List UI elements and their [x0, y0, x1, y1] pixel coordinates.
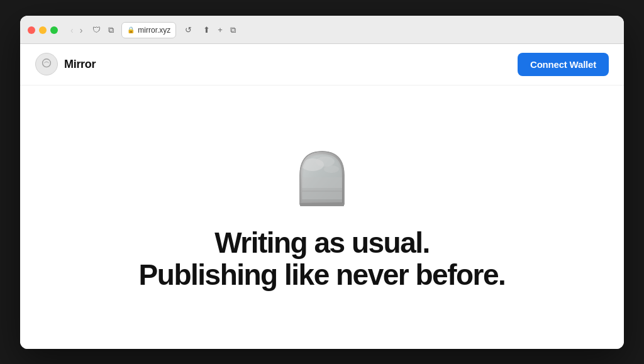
- forward-icon: ›: [80, 25, 83, 35]
- app-header: Mirror Connect Wallet: [20, 44, 624, 85]
- copy-icon: ⧉: [108, 25, 114, 35]
- hero-text: Writing as usual. Publishing like never …: [139, 227, 506, 290]
- mirror-illustration-svg: [291, 143, 353, 212]
- close-traffic-light[interactable]: [28, 26, 35, 34]
- share-icon: ⬆: [203, 25, 210, 35]
- back-button[interactable]: ‹: [68, 24, 76, 36]
- traffic-lights: [28, 26, 58, 34]
- svg-point-4: [324, 165, 339, 173]
- shield-icon: 🛡: [92, 25, 101, 35]
- headline-line1: Writing as usual.: [214, 226, 430, 259]
- reload-icon: ↺: [185, 25, 192, 35]
- brand-logo-icon: [40, 57, 53, 71]
- shield-button[interactable]: 🛡: [90, 24, 103, 36]
- browser-nav-buttons: ‹ ›: [68, 24, 85, 36]
- browser-top-bar: ‹ › 🛡 ⧉ 🔒 mirror.xyz: [28, 22, 616, 38]
- svg-rect-9: [300, 203, 344, 206]
- tabs-button[interactable]: ⧉: [228, 24, 238, 36]
- url-text: mirror.xyz: [138, 26, 170, 35]
- lock-icon: 🔒: [127, 26, 135, 33]
- forward-button[interactable]: ›: [77, 24, 86, 36]
- svg-rect-7: [302, 177, 342, 188]
- page-content: Mirror Connect Wallet: [20, 44, 624, 349]
- svg-rect-6: [302, 190, 342, 192]
- add-tab-icon: +: [218, 25, 223, 35]
- svg-point-3: [316, 157, 335, 167]
- browser-action-left: 🛡 ⧉: [90, 24, 116, 36]
- hero-section: Writing as usual. Publishing like never …: [20, 85, 624, 349]
- brand-name: Mirror: [64, 58, 96, 71]
- browser-toolbar: 🛡 ⧉ 🔒 mirror.xyz ↺ ⬆: [90, 22, 238, 38]
- svg-point-0: [43, 59, 51, 67]
- new-tab-button[interactable]: +: [215, 24, 225, 36]
- hero-headline: Writing as usual. Publishing like never …: [139, 227, 506, 290]
- back-icon: ‹: [70, 25, 74, 35]
- browser-window: ‹ › 🛡 ⧉ 🔒 mirror.xyz: [20, 16, 624, 349]
- maximize-traffic-light[interactable]: [50, 26, 58, 34]
- brand: Mirror: [35, 53, 96, 75]
- headline-line2: Publishing like never before.: [139, 258, 506, 291]
- mirror-illustration-container: [291, 143, 353, 212]
- copy-button[interactable]: ⧉: [106, 24, 116, 36]
- connect-wallet-button[interactable]: Connect Wallet: [518, 53, 609, 76]
- minimize-traffic-light[interactable]: [39, 26, 47, 34]
- browser-chrome: ‹ › 🛡 ⧉ 🔒 mirror.xyz: [20, 16, 624, 44]
- address-bar[interactable]: 🔒 mirror.xyz: [121, 22, 176, 38]
- share-button[interactable]: ⬆: [201, 24, 213, 36]
- tabs-icon: ⧉: [230, 25, 236, 35]
- browser-right-actions: ⬆ + ⧉: [201, 24, 238, 36]
- reload-button[interactable]: ↺: [181, 24, 196, 36]
- brand-avatar: [35, 53, 58, 75]
